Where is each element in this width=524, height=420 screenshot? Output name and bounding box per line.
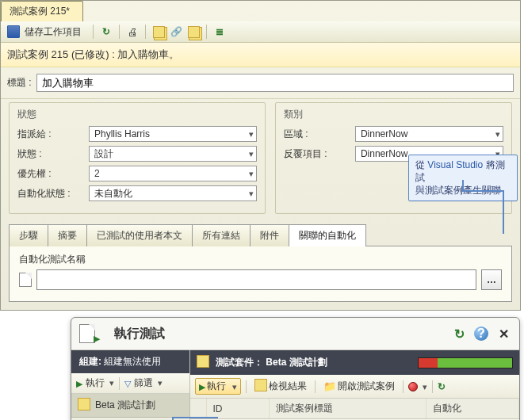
toolbar-separator	[403, 380, 404, 393]
priority-label: 優先權 :	[17, 167, 89, 181]
toolbar-separator	[432, 380, 433, 393]
file-icon	[254, 379, 267, 394]
callout-connector	[503, 190, 504, 234]
autostate-combo[interactable]: 未自動化	[89, 185, 257, 201]
play-icon	[94, 333, 100, 344]
suite-value: Beta 測試計劃	[266, 357, 327, 368]
run-split-button[interactable]: 執行	[195, 378, 241, 395]
build-label: 組建:	[79, 356, 101, 367]
run-tests-title: 執行測試	[114, 326, 165, 342]
tab-label: 步驟	[19, 230, 38, 241]
priority-combo-value: 2	[94, 168, 100, 179]
plan-toolbar: 執行 篩選	[71, 373, 189, 394]
assign-label: 指派給 :	[17, 128, 89, 141]
open-testcase-label: 開啟測試案例	[338, 380, 395, 393]
play-icon	[76, 378, 82, 389]
callout-visual-studio: 從 Visual Studio 將測試 與測試案例產生關聯	[408, 155, 518, 201]
refresh-icon[interactable]	[451, 326, 467, 342]
record-icon[interactable]	[408, 382, 418, 391]
chevron-down-icon	[249, 169, 254, 179]
document-tab[interactable]: 測試案例 215*	[1, 1, 83, 21]
tab-label: 摘要	[58, 230, 77, 241]
plan-tree-item-label: Beta 測試計劃	[95, 399, 155, 412]
link-icon[interactable]	[170, 25, 182, 38]
col-auto[interactable]: 自動化	[426, 399, 518, 419]
run-button-label: 執行	[207, 380, 226, 393]
tab-tested[interactable]: 已測試的使用者本文	[86, 224, 193, 246]
funnel-icon	[124, 378, 131, 389]
view-results-label: 檢視結果	[269, 380, 307, 393]
test-list-toolbar: 執行 檢視結果 開啟測試案例	[190, 375, 519, 399]
ellipsis-icon: …	[487, 274, 496, 285]
document-icon	[19, 273, 32, 287]
run-button[interactable]: 執行	[86, 376, 105, 390]
chevron-down-icon[interactable]	[423, 381, 427, 392]
filter-button[interactable]: 篩選	[134, 376, 153, 390]
toolbar-separator	[246, 380, 247, 393]
refresh-icon[interactable]	[100, 25, 113, 38]
title-input[interactable]	[36, 74, 514, 92]
tab-label: 所有連結	[202, 230, 240, 241]
test-grid: ID 測試案例標題 自動化 作用中 (4)	[190, 399, 519, 420]
test-list-pane: 測試套件： Beta 測試計劃 執行 檢視結果	[190, 350, 519, 420]
tab-summary[interactable]: 摘要	[48, 224, 87, 246]
open-testcase-button[interactable]: 開啟測試案例	[320, 379, 398, 394]
col-title[interactable]: 測試案例標題	[270, 399, 426, 419]
tab-label: 已測試的使用者本文	[97, 230, 182, 241]
form-toolbar: 儲存工作項目	[1, 21, 520, 43]
chevron-down-icon	[249, 189, 254, 199]
tab-links[interactable]: 所有連結	[192, 224, 251, 246]
help-icon[interactable]	[473, 326, 489, 342]
iteration-label: 反覆項目 :	[284, 147, 355, 161]
chevron-down-icon[interactable]	[158, 378, 163, 388]
status-banner-text: 測試案例 215 (已修改) : 加入購物車。	[7, 48, 179, 60]
tab-label: 附件	[260, 230, 279, 241]
browse-button[interactable]: …	[481, 269, 502, 290]
tab-automation[interactable]: 關聯的自動化	[289, 224, 366, 246]
area-label: 區域 :	[284, 128, 355, 141]
assign-combo-value: Phyllis Harris	[94, 128, 150, 139]
play-icon	[199, 381, 205, 392]
chevron-down-icon[interactable]	[109, 378, 114, 388]
chevron-down-icon	[232, 381, 237, 392]
toolbar-separator	[145, 25, 146, 39]
area-combo-value: DinnerNow	[361, 128, 407, 139]
automation-tab-content: 自動化測試名稱 …	[9, 246, 512, 302]
print-icon[interactable]	[126, 25, 139, 38]
suite-label: 測試套件：	[216, 357, 263, 368]
document-icon	[79, 324, 95, 343]
chevron-down-icon	[249, 129, 254, 139]
copy-icon[interactable]	[152, 25, 165, 38]
view-results-button[interactable]: 檢視結果	[251, 378, 310, 395]
area-combo[interactable]: DinnerNow	[355, 126, 503, 142]
copy2-icon[interactable]	[187, 25, 200, 38]
close-icon[interactable]	[495, 326, 511, 342]
tab-label: 關聯的自動化	[299, 230, 356, 241]
toolbar-separator	[119, 377, 120, 390]
tab-attach[interactable]: 附件	[250, 224, 289, 246]
plan-tree-item[interactable]: Beta 測試計劃	[71, 394, 189, 418]
save-icon[interactable]	[7, 25, 20, 38]
toolbar-separator	[315, 380, 316, 393]
list-icon[interactable]	[213, 25, 226, 38]
auto-name-input[interactable]	[36, 269, 476, 290]
state-combo[interactable]: 設計	[89, 146, 257, 162]
reset-icon[interactable]	[438, 381, 446, 392]
save-button[interactable]: 儲存工作項目	[25, 25, 82, 39]
callout-vs-line1: 從 Visual Studio 將測試	[415, 159, 505, 183]
build-value: 組建無法使用	[104, 356, 161, 367]
detail-tabs: 步驟 摘要 已測試的使用者本文 所有連結 附件 關聯的自動化	[9, 223, 512, 246]
priority-combo[interactable]: 2	[89, 166, 257, 181]
col-id[interactable]: ID	[206, 399, 270, 419]
progress-pass	[438, 358, 512, 368]
category-legend: 類別	[284, 108, 503, 121]
callout-connector	[172, 417, 218, 418]
status-banner: 測試案例 215 (已修改) : 加入購物車。	[1, 43, 520, 67]
status-fieldset: 狀態 指派給 : Phyllis Harris 狀態 : 設計 優先權 : 2	[9, 102, 266, 214]
folder-icon	[323, 380, 336, 392]
file-icon	[78, 398, 90, 413]
assign-combo[interactable]: Phyllis Harris	[89, 126, 257, 142]
run-tests-titlebar: 執行測試	[71, 318, 519, 350]
tab-steps[interactable]: 步驟	[9, 224, 48, 246]
build-bar: 組建: 組建無法使用	[71, 350, 189, 373]
